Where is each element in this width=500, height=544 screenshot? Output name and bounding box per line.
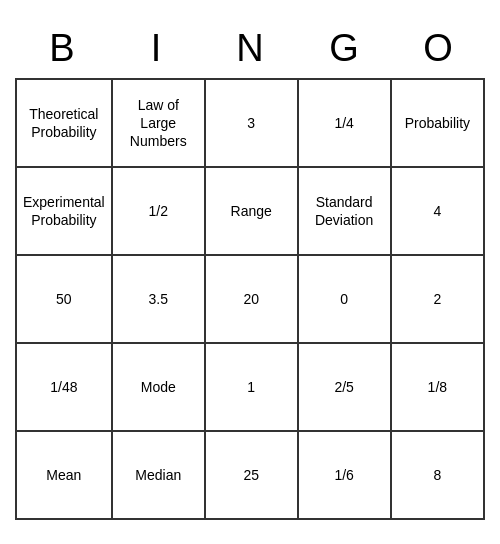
grid-cell-4-0: Mean <box>16 431 112 519</box>
grid-cell-1-4: 4 <box>391 167 484 255</box>
grid-cell-4-3: 1/6 <box>298 431 391 519</box>
header-letter-N: N <box>203 24 297 74</box>
grid-row-3: 1/48Mode12/51/8 <box>16 343 484 431</box>
grid-cell-0-3: 1/4 <box>298 79 391 167</box>
header-letter-O: O <box>391 24 485 74</box>
grid-row-4: MeanMedian251/68 <box>16 431 484 519</box>
grid-row-2: 503.52002 <box>16 255 484 343</box>
grid-cell-2-1: 3.5 <box>112 255 205 343</box>
grid-cell-2-0: 50 <box>16 255 112 343</box>
grid-cell-0-0: Theoretical Probability <box>16 79 112 167</box>
grid-cell-0-4: Probability <box>391 79 484 167</box>
grid-cell-1-0: Experimental Probability <box>16 167 112 255</box>
grid-cell-4-4: 8 <box>391 431 484 519</box>
grid-cell-3-0: 1/48 <box>16 343 112 431</box>
grid-cell-3-2: 1 <box>205 343 298 431</box>
grid-cell-0-2: 3 <box>205 79 298 167</box>
grid-cell-1-2: Range <box>205 167 298 255</box>
grid-row-1: Experimental Probability1/2RangeStandard… <box>16 167 484 255</box>
grid-cell-1-1: 1/2 <box>112 167 205 255</box>
grid-row-0: Theoretical ProbabilityLaw of Large Numb… <box>16 79 484 167</box>
grid-cell-1-3: Standard Deviation <box>298 167 391 255</box>
bingo-card: BINGO Theoretical ProbabilityLaw of Larg… <box>15 24 485 520</box>
grid-cell-0-1: Law of Large Numbers <box>112 79 205 167</box>
grid-cell-2-3: 0 <box>298 255 391 343</box>
grid-cell-4-1: Median <box>112 431 205 519</box>
grid-cell-4-2: 25 <box>205 431 298 519</box>
grid-cell-3-3: 2/5 <box>298 343 391 431</box>
bingo-header: BINGO <box>15 24 485 74</box>
grid-cell-3-4: 1/8 <box>391 343 484 431</box>
grid-cell-2-4: 2 <box>391 255 484 343</box>
header-letter-I: I <box>109 24 203 74</box>
grid-cell-2-2: 20 <box>205 255 298 343</box>
bingo-grid: Theoretical ProbabilityLaw of Large Numb… <box>15 78 485 520</box>
header-letter-G: G <box>297 24 391 74</box>
grid-cell-3-1: Mode <box>112 343 205 431</box>
header-letter-B: B <box>15 24 109 74</box>
